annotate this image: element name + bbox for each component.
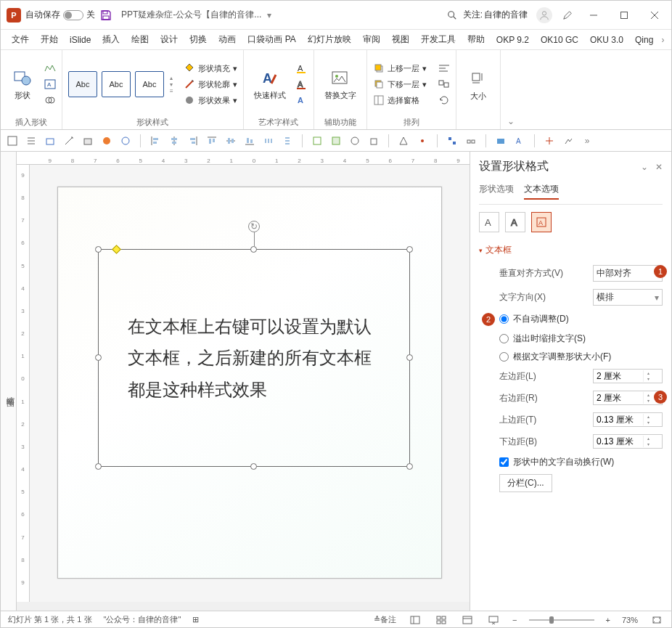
- close-button[interactable]: [644, 4, 665, 26]
- shape-style-1[interactable]: Abc: [68, 71, 97, 97]
- accessibility-icon[interactable]: ⊞: [192, 615, 199, 624]
- qat-icon[interactable]: A: [514, 135, 525, 147]
- selection-pane-button[interactable]: 选择窗格: [373, 94, 427, 106]
- wrap-checkbox[interactable]: [499, 457, 509, 467]
- textbox-options-icon[interactable]: A: [531, 212, 552, 232]
- resize-handle[interactable]: [95, 463, 102, 470]
- text-fill-outline-icon[interactable]: A: [479, 212, 499, 232]
- pen-icon[interactable]: [561, 9, 574, 22]
- align-center-h-icon[interactable]: [168, 135, 180, 147]
- qat-icon[interactable]: [495, 135, 507, 147]
- chevron-down-icon[interactable]: ▾: [267, 10, 271, 20]
- autofit-resize-radio[interactable]: [499, 352, 509, 362]
- notes-button[interactable]: ≙备注: [374, 614, 396, 625]
- edit-shape-icon[interactable]: [44, 62, 56, 74]
- rotate-handle-icon[interactable]: ↻: [248, 221, 260, 232]
- tab-devtools[interactable]: 开发工具: [416, 31, 461, 48]
- horizontal-scrollbar[interactable]: [17, 602, 470, 611]
- shape-outline-button[interactable]: 形状轮廓 ▾: [184, 78, 237, 90]
- slide-canvas[interactable]: ↻ 在文本框上右键可以设置为默认文本框，之后新建的所有文本框都是这种样式效果: [30, 165, 470, 602]
- resize-handle[interactable]: [406, 246, 413, 253]
- qat-icon[interactable]: [465, 135, 477, 147]
- resize-handle[interactable]: [95, 246, 102, 253]
- tab-file[interactable]: 文件: [7, 31, 34, 48]
- resize-handle[interactable]: [250, 463, 257, 470]
- tab-ok10[interactable]: OK10 GC: [536, 33, 583, 47]
- zoom-in-button[interactable]: +: [606, 616, 610, 624]
- pane-tab-shape[interactable]: 形状选项: [479, 183, 514, 200]
- normal-view-icon[interactable]: [408, 614, 422, 626]
- align-icon[interactable]: [438, 62, 450, 74]
- qat-icon[interactable]: [368, 135, 380, 147]
- text-effects-icon[interactable]: A: [296, 94, 308, 106]
- style-gallery-scroll[interactable]: ▴▾≡: [170, 75, 173, 94]
- autosave-toggle[interactable]: 自动保存 关: [25, 9, 95, 21]
- distribute-v-icon[interactable]: [282, 135, 293, 147]
- shape-style-3[interactable]: Abc: [135, 71, 164, 97]
- margin-l-spinner[interactable]: ▴▾: [593, 369, 663, 383]
- textbox-content[interactable]: 在文本框上右键可以设置为默认文本框，之后新建的所有文本框都是这种样式效果: [128, 311, 380, 405]
- qat-icon[interactable]: [44, 135, 56, 147]
- save-icon[interactable]: [99, 9, 112, 22]
- tab-islide[interactable]: iSlide: [65, 33, 96, 47]
- tab-qing[interactable]: Qing: [630, 33, 658, 47]
- columns-button[interactable]: 分栏(C)...: [499, 474, 552, 492]
- tab-review[interactable]: 审阅: [358, 31, 385, 48]
- tab-insert[interactable]: 插入: [97, 31, 125, 48]
- size-button[interactable]: 大小: [462, 68, 494, 103]
- alt-text-button[interactable]: 替换文字: [320, 67, 361, 102]
- minimize-button[interactable]: [583, 4, 605, 26]
- margin-b-input[interactable]: [594, 435, 643, 448]
- qat-icon[interactable]: [63, 135, 75, 147]
- valign-select[interactable]: 中部对齐▾: [593, 265, 663, 282]
- fit-to-window-icon[interactable]: [650, 614, 664, 626]
- tab-oku[interactable]: OKU 3.0: [585, 33, 628, 47]
- textbox-selected[interactable]: ↻ 在文本框上右键可以设置为默认文本框，之后新建的所有文本框都是这种样式效果: [98, 249, 410, 467]
- quick-styles-button[interactable]: A 快速样式: [250, 67, 290, 102]
- resize-handle[interactable]: [406, 354, 413, 361]
- align-right-icon[interactable]: [187, 135, 199, 147]
- shapes-button[interactable]: 形状: [7, 67, 38, 102]
- tabs-overflow-icon[interactable]: ›: [661, 35, 664, 45]
- pane-tab-text[interactable]: 文本选项: [524, 183, 559, 200]
- section-textbox[interactable]: 文本框: [489, 244, 663, 256]
- tab-pa[interactable]: 口袋动画 PA: [242, 31, 300, 48]
- text-fill-icon[interactable]: A: [296, 62, 308, 74]
- tab-view[interactable]: 视图: [387, 31, 414, 48]
- qat-overflow-icon[interactable]: »: [581, 135, 593, 147]
- text-effects-icon[interactable]: A: [505, 212, 525, 232]
- qat-icon[interactable]: [120, 135, 131, 147]
- align-top-icon[interactable]: [206, 135, 218, 147]
- slideshow-view-icon[interactable]: [486, 614, 501, 626]
- margin-l-input[interactable]: [594, 370, 643, 383]
- pane-close-icon[interactable]: ✕: [655, 162, 663, 172]
- resize-handle[interactable]: [95, 354, 102, 361]
- resize-handle[interactable]: [250, 246, 257, 253]
- qat-icon[interactable]: [417, 135, 428, 147]
- tab-transitions[interactable]: 切换: [184, 31, 212, 48]
- margin-b-spinner[interactable]: ▴▾: [593, 434, 663, 449]
- resize-handle[interactable]: [406, 463, 413, 470]
- adjust-handle[interactable]: [112, 245, 121, 254]
- qat-icon[interactable]: [311, 135, 323, 147]
- margin-r-input[interactable]: [594, 391, 643, 404]
- maximize-button[interactable]: [613, 4, 635, 26]
- zoom-out-button[interactable]: −: [512, 616, 517, 624]
- toggle-off-icon[interactable]: [63, 10, 83, 20]
- tab-slideshow[interactable]: 幻灯片放映: [303, 31, 356, 48]
- tab-okp[interactable]: OKP 9.2: [491, 33, 534, 47]
- align-bottom-icon[interactable]: [244, 135, 255, 147]
- distribute-h-icon[interactable]: [263, 135, 274, 147]
- margin-r-spinner[interactable]: ▴▾: [593, 391, 663, 405]
- sorter-view-icon[interactable]: [434, 614, 448, 626]
- bring-forward-button[interactable]: 上移一层 ▾: [373, 62, 427, 74]
- align-middle-icon[interactable]: [225, 135, 237, 147]
- thumbnails-panel-collapsed[interactable]: 缩略图: [1, 152, 17, 611]
- tab-help[interactable]: 帮助: [462, 31, 490, 48]
- autofit-shrink-radio[interactable]: [499, 334, 509, 343]
- tab-home[interactable]: 开始: [36, 31, 63, 48]
- qat-icon[interactable]: [82, 135, 94, 147]
- shape-effects-button[interactable]: 形状效果 ▾: [184, 94, 237, 106]
- zoom-level[interactable]: 73%: [622, 616, 638, 624]
- qat-icon[interactable]: [562, 135, 574, 147]
